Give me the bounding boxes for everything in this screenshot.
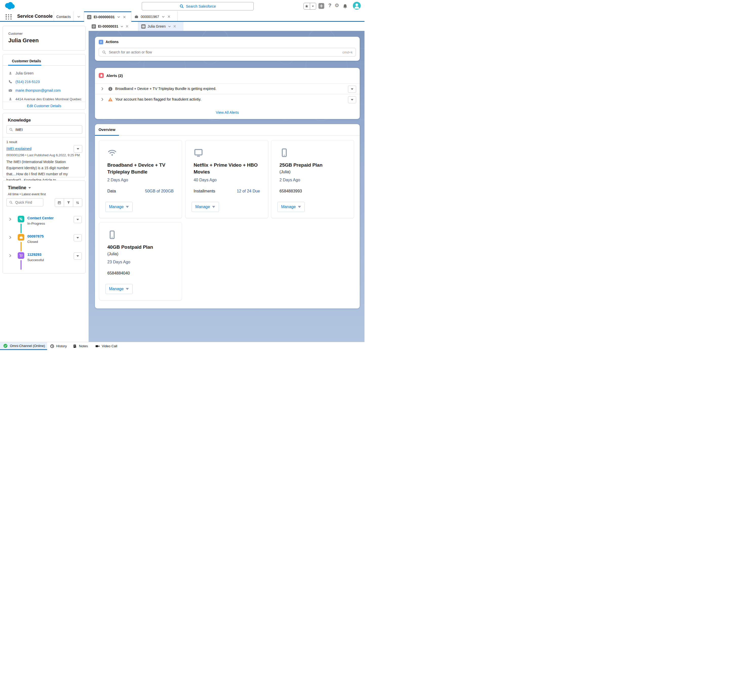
expand-chevron-icon[interactable] — [8, 236, 12, 239]
chevron-down-icon[interactable] — [161, 15, 165, 19]
chevron-down-icon — [28, 187, 31, 189]
asset-date: 23 Days Ago — [107, 260, 130, 264]
online-check-icon — [3, 343, 7, 348]
favorites-button-group — [304, 3, 316, 10]
help-button[interactable]: ? — [327, 3, 333, 8]
manage-button[interactable]: Manage — [277, 202, 305, 212]
timeline-header[interactable]: Timeline — [8, 185, 31, 191]
close-icon[interactable] — [167, 15, 171, 18]
timeline-item-dropdown[interactable] — [74, 252, 82, 260]
customer-details-card: Customer Details Julia Green (514) 216-5… — [3, 54, 86, 110]
manage-button[interactable]: Manage — [105, 202, 133, 212]
close-icon[interactable] — [123, 16, 126, 19]
article-actions-dropdown[interactable] — [74, 145, 82, 153]
alert-dropdown[interactable] — [348, 86, 356, 93]
nav-tab-contacts-dropdown[interactable] — [73, 12, 84, 22]
star-icon — [305, 4, 309, 8]
chevron-down-icon[interactable] — [117, 15, 121, 19]
detail-row-name: Julia Green — [8, 71, 34, 75]
nav-tab-case[interactable]: EI-00000031 — [84, 12, 131, 22]
knowledge-search[interactable] — [6, 125, 82, 134]
chevron-down-icon — [298, 206, 301, 208]
person-icon — [8, 71, 12, 75]
action-search[interactable]: cmd+k — [99, 48, 356, 57]
nav-tab-record[interactable]: 000001967 — [131, 12, 178, 22]
actions-panel: Actions cmd+k — [95, 37, 360, 61]
warning-icon — [108, 97, 113, 102]
notifications-bell-button[interactable] — [342, 3, 348, 9]
active-tab-underline — [8, 65, 41, 65]
video-call-button[interactable]: Video Call — [95, 342, 117, 350]
asset-stat-row: 6584883993 — [279, 189, 346, 194]
chevron-down-icon[interactable] — [168, 25, 171, 28]
edit-customer-details-link[interactable]: Edit Customer Details — [3, 104, 85, 108]
bell-icon — [343, 4, 347, 9]
expand-chevron-icon[interactable] — [8, 217, 12, 221]
setup-gear-button[interactable]: ⚙ — [334, 3, 340, 8]
timeline-subtitle: All time • Latest event first — [8, 192, 46, 196]
nav-tab-contacts[interactable]: Contacts — [54, 12, 73, 22]
timeline-card: Timeline All time • Latest event first — [3, 180, 86, 274]
close-icon[interactable] — [173, 25, 176, 28]
email-link[interactable]: marie.thompson@gmail.com — [16, 89, 61, 92]
workspace: Actions cmd+k Alerts (2) — [89, 31, 364, 342]
action-search-input[interactable] — [108, 50, 340, 54]
phone-link[interactable]: (514) 216-5123 — [16, 80, 40, 84]
clock-icon — [50, 344, 54, 348]
service-console-app: Search Salesforce ? ⚙ — [0, 0, 364, 350]
quick-find-search[interactable] — [6, 198, 43, 207]
expand-chevron-icon[interactable] — [8, 254, 12, 258]
app-launcher-waffle-icon[interactable] — [6, 14, 12, 20]
subtab-contact[interactable]: Julia Green — [138, 22, 183, 31]
timeline-toolbar — [55, 198, 82, 207]
manage-button[interactable]: Manage — [192, 202, 219, 212]
timeline-item-dropdown[interactable] — [74, 234, 82, 242]
date-filter-button[interactable] — [55, 199, 64, 207]
shortcut-hint: cmd+k — [343, 50, 353, 54]
incoming-call-icon — [18, 216, 24, 223]
person-icon — [8, 97, 12, 101]
manage-button[interactable]: Manage — [105, 284, 133, 294]
alert-dropdown[interactable] — [348, 96, 356, 103]
envelope-icon — [8, 89, 12, 92]
calendar-icon — [57, 201, 61, 205]
sort-button[interactable] — [73, 199, 82, 207]
notes-button[interactable]: Notes — [73, 342, 88, 350]
briefcase-icon — [18, 234, 24, 241]
tab-customer-details[interactable]: Customer Details — [12, 59, 41, 63]
timeline-item-dropdown[interactable] — [74, 216, 82, 223]
chevron-down-icon[interactable] — [120, 25, 123, 28]
alert-row: Broadband + Device + TV Tripleplay Bundl… — [95, 83, 360, 94]
user-avatar[interactable] — [353, 2, 361, 10]
quick-create-button[interactable] — [318, 3, 324, 9]
expand-chevron-icon[interactable] — [100, 98, 104, 101]
quick-find-input[interactable] — [15, 200, 41, 205]
history-button[interactable]: History — [50, 342, 67, 350]
subtab-case[interactable]: EI-00000031 — [89, 22, 138, 31]
tab-overview[interactable]: Overview — [95, 124, 119, 136]
alert-row: Your account has been flagged for fraudu… — [95, 94, 360, 105]
close-icon[interactable] — [126, 25, 129, 28]
asset-card-streaming: Netflix + Prime Video + HBO Movies 40 Da… — [185, 140, 268, 218]
record-icon — [91, 24, 96, 29]
global-search-input[interactable]: Search Salesforce — [142, 2, 254, 10]
app-name: Service Console — [17, 14, 53, 19]
search-icon — [9, 201, 13, 204]
info-icon — [108, 87, 113, 91]
alerts-title: Alerts (2) — [106, 73, 123, 78]
alerts-panel: Alerts (2) Broadband + Device + TV Tripl… — [95, 68, 360, 119]
favorites-star-button[interactable] — [304, 3, 310, 9]
asset-title: 25GB Prepaid Plan — [279, 162, 346, 169]
divider — [3, 137, 85, 138]
asset-card-postpaid: 40GB Postpaid Plan (Julia) 23 Days Ago 6… — [99, 222, 182, 300]
expand-chevron-icon[interactable] — [100, 87, 104, 91]
customer-card: Customer Julia Green — [3, 26, 86, 51]
mobile-icon — [107, 230, 117, 240]
view-all-alerts-link[interactable]: View All Alerts — [95, 111, 360, 115]
knowledge-search-input[interactable] — [15, 127, 80, 132]
filter-button[interactable] — [64, 199, 73, 207]
omni-channel-button[interactable]: Omni-Channel (Online) — [0, 342, 47, 350]
mobile-icon — [279, 148, 289, 157]
favorites-dropdown-button[interactable] — [310, 3, 316, 9]
article-link[interactable]: IMEI explained — [6, 146, 31, 151]
